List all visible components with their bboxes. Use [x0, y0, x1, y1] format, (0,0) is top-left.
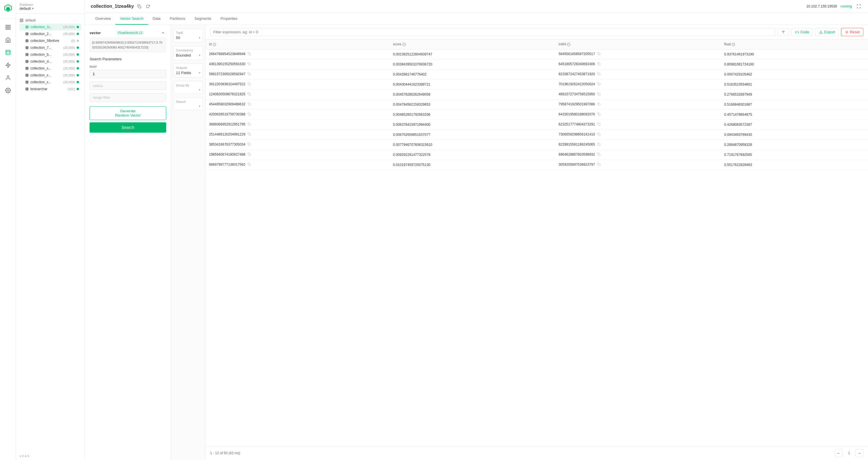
code-btn[interactable]: Code [792, 28, 813, 36]
generate-random-vector-btn[interactable]: GenerateRandom Vector [90, 106, 166, 120]
search-btn[interactable]: Search [90, 122, 166, 133]
svg-rect-93 [249, 114, 251, 116]
radius-input[interactable] [90, 82, 166, 90]
nav-user[interactable] [3, 73, 13, 83]
db-header: Database default ▾ [16, 0, 85, 14]
range-filter-input[interactable] [90, 93, 166, 102]
next-page-btn[interactable]: → [856, 449, 863, 457]
tab-data[interactable]: Data [148, 13, 165, 25]
copy-int64-icon-0[interactable] [597, 52, 601, 57]
collection-group: default collection_1t... (20,000) collec… [16, 16, 85, 94]
nav-settings[interactable] [3, 85, 13, 96]
cell-score-6: 0.004852601792663336 [390, 110, 555, 120]
copy-id-icon-11[interactable] [247, 162, 252, 167]
results-table-container: id score int64 float [206, 39, 868, 446]
copy-int64-icon-2[interactable] [597, 72, 601, 77]
results-toolbar: Code Export Reset [206, 25, 868, 39]
page-controls: ← 1 → [835, 449, 863, 457]
copy-id-icon-4[interactable] [247, 92, 252, 97]
collection-item-7[interactable]: collection_s... (20,000) [20, 65, 81, 72]
cell-id-2: 5991572305028592947 [206, 69, 390, 80]
nav-expand[interactable] [3, 22, 13, 32]
copy-id-icon-1[interactable] [247, 62, 252, 67]
group-by-option[interactable]: Group By ▾ [174, 81, 203, 94]
filter-expression-input[interactable] [210, 28, 775, 36]
vector-header: vector FloatVector(4) L2 [90, 30, 166, 36]
copy-int64-icon-5[interactable] [597, 102, 601, 107]
copy-int64-icon-1[interactable] [597, 62, 601, 67]
copy-id-icon-6[interactable] [247, 112, 252, 117]
tab-partitions[interactable]: Partitions [165, 13, 190, 25]
fullscreen-btn[interactable] [856, 3, 862, 10]
copy-id-icon-7[interactable] [247, 122, 252, 127]
collection-item-8[interactable]: collection_x... (20,000) [20, 72, 81, 79]
level-input[interactable] [90, 70, 166, 78]
collection-item-1[interactable]: collection_1t... (20,000) [20, 24, 81, 30]
svg-rect-95 [249, 124, 251, 126]
svg-rect-102 [598, 154, 600, 156]
nav-database[interactable] [3, 48, 13, 58]
nav-lightning[interactable] [3, 60, 13, 70]
copy-id-icon-0[interactable] [247, 52, 252, 57]
refresh-btn[interactable] [145, 3, 151, 9]
copy-int64-icon-3[interactable] [597, 82, 601, 87]
copy-collection-name-btn[interactable] [136, 3, 143, 9]
range-filter-param [90, 93, 166, 102]
topk-option[interactable]: TopK 50 ▾ [174, 28, 203, 42]
results-table: id score int64 float [206, 39, 868, 170]
reset-btn[interactable]: Reset [841, 28, 863, 36]
vector-collapse-btn[interactable] [160, 30, 166, 36]
svg-rect-42 [26, 67, 28, 70]
copy-id-icon-2[interactable] [247, 72, 252, 77]
copy-int64-icon-4[interactable] [597, 92, 601, 97]
db-name-row: default ▾ [20, 6, 81, 11]
app-logo[interactable] [3, 3, 12, 12]
search-filter-option[interactable]: Search ▾ [174, 97, 203, 110]
collection-item-6[interactable]: collection_d... (20,000) [20, 58, 81, 65]
copy-int64-icon-9[interactable] [597, 143, 601, 147]
collection-item-5[interactable]: collection_b... (20,000) [20, 51, 81, 58]
prev-page-btn[interactable]: ← [835, 449, 843, 457]
outputs-value: 11 Fields ▾ [176, 71, 200, 75]
collection-item-2[interactable]: collection_2... (20,000) [20, 30, 81, 37]
copy-id-icon-9[interactable] [247, 143, 252, 147]
svg-rect-85 [249, 73, 251, 75]
table-row: 3912203836324497522 0.004304441623389721… [206, 80, 868, 90]
copy-int64-icon-7[interactable] [597, 122, 601, 127]
outputs-option[interactable]: Outputs 11 Fields ▾ [174, 63, 203, 78]
export-btn[interactable]: Export [815, 28, 839, 36]
db-chevron-icon[interactable]: ▾ [32, 6, 34, 11]
tab-overview[interactable]: Overview [91, 13, 115, 25]
level-label: level [90, 65, 166, 69]
copy-id-icon-3[interactable] [247, 82, 252, 87]
copy-id-icon-5[interactable] [247, 102, 252, 107]
filter-icon-btn[interactable] [778, 28, 789, 36]
tab-segments[interactable]: Segments [190, 13, 216, 25]
copy-int64-icon-10[interactable] [597, 152, 601, 157]
svg-rect-9 [22, 19, 23, 20]
copy-int64-icon-11[interactable] [597, 162, 601, 167]
vector-value[interactable]: [0.6659742845849632,0.9302713438563717,0… [90, 38, 166, 52]
copy-id-icon-8[interactable] [247, 132, 252, 137]
nav-home[interactable] [3, 35, 13, 45]
cell-int64-6: 6433019580188093376 [555, 110, 721, 120]
code-btn-label: Code [800, 30, 809, 34]
cell-int64-0: 5845561658587205517 [555, 50, 721, 59]
svg-rect-90 [598, 94, 600, 96]
copy-int64-icon-6[interactable] [597, 112, 601, 117]
cell-score-9: 0.0077946707606315610 [390, 140, 555, 150]
group-by-value: ▾ [176, 88, 200, 91]
cell-id-7: 3686066952912951795 [206, 120, 390, 130]
copy-int64-icon-8[interactable] [597, 132, 601, 137]
collection-item-3[interactable]: collection_5fbnfvre (0) [20, 37, 81, 44]
copy-id-icon-10[interactable] [247, 152, 252, 157]
svg-rect-22 [26, 40, 28, 42]
vector-section: vector FloatVector(4) L2 [0.665974284584… [90, 30, 166, 52]
running-status: running [840, 4, 852, 8]
tab-vector-search[interactable]: Vector Search [115, 13, 148, 25]
tab-properties[interactable]: Properties [216, 13, 242, 25]
consistency-option[interactable]: Consistency Bounded ▾ [174, 46, 203, 60]
collection-item-4[interactable]: collection_7... (20,000) [20, 44, 81, 51]
collection-item-10[interactable]: testvarchar (101) [20, 86, 81, 92]
collection-item-9[interactable]: collection_x... (20,000) [20, 79, 81, 86]
